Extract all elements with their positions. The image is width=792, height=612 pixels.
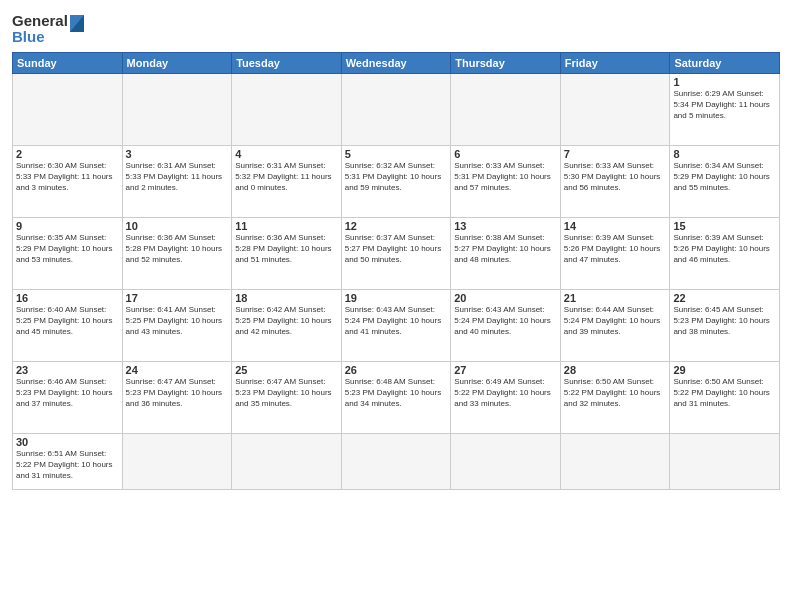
day-number: 18	[235, 292, 338, 304]
day-info: Sunrise: 6:43 AM Sunset: 5:24 PM Dayligh…	[345, 305, 448, 337]
day-info: Sunrise: 6:50 AM Sunset: 5:22 PM Dayligh…	[673, 377, 776, 409]
day-info: Sunrise: 6:34 AM Sunset: 5:29 PM Dayligh…	[673, 161, 776, 193]
calendar-cell: 12Sunrise: 6:37 AM Sunset: 5:27 PM Dayli…	[341, 218, 451, 290]
calendar-cell: 24Sunrise: 6:47 AM Sunset: 5:23 PM Dayli…	[122, 362, 232, 434]
day-info: Sunrise: 6:29 AM Sunset: 5:34 PM Dayligh…	[673, 89, 776, 121]
calendar-header-row: SundayMondayTuesdayWednesdayThursdayFrid…	[13, 53, 780, 74]
calendar-week-4: 23Sunrise: 6:46 AM Sunset: 5:23 PM Dayli…	[13, 362, 780, 434]
calendar-cell: 21Sunrise: 6:44 AM Sunset: 5:24 PM Dayli…	[560, 290, 670, 362]
calendar-cell: 2Sunrise: 6:30 AM Sunset: 5:33 PM Daylig…	[13, 146, 123, 218]
calendar-cell	[232, 74, 342, 146]
calendar-week-1: 2Sunrise: 6:30 AM Sunset: 5:33 PM Daylig…	[13, 146, 780, 218]
day-number: 9	[16, 220, 119, 232]
calendar-cell: 1Sunrise: 6:29 AM Sunset: 5:34 PM Daylig…	[670, 74, 780, 146]
day-info: Sunrise: 6:33 AM Sunset: 5:30 PM Dayligh…	[564, 161, 667, 193]
calendar-cell	[560, 434, 670, 490]
calendar-cell	[451, 74, 561, 146]
calendar-cell: 26Sunrise: 6:48 AM Sunset: 5:23 PM Dayli…	[341, 362, 451, 434]
calendar-cell: 5Sunrise: 6:32 AM Sunset: 5:31 PM Daylig…	[341, 146, 451, 218]
calendar-cell	[341, 434, 451, 490]
day-number: 1	[673, 76, 776, 88]
calendar-cell: 11Sunrise: 6:36 AM Sunset: 5:28 PM Dayli…	[232, 218, 342, 290]
calendar-cell	[451, 434, 561, 490]
day-number: 2	[16, 148, 119, 160]
calendar-cell: 30Sunrise: 6:51 AM Sunset: 5:22 PM Dayli…	[13, 434, 123, 490]
day-info: Sunrise: 6:44 AM Sunset: 5:24 PM Dayligh…	[564, 305, 667, 337]
calendar-cell: 15Sunrise: 6:39 AM Sunset: 5:26 PM Dayli…	[670, 218, 780, 290]
calendar-cell: 4Sunrise: 6:31 AM Sunset: 5:32 PM Daylig…	[232, 146, 342, 218]
day-header-thursday: Thursday	[451, 53, 561, 74]
day-number: 13	[454, 220, 557, 232]
calendar-cell: 6Sunrise: 6:33 AM Sunset: 5:31 PM Daylig…	[451, 146, 561, 218]
calendar-week-0: 1Sunrise: 6:29 AM Sunset: 5:34 PM Daylig…	[13, 74, 780, 146]
day-info: Sunrise: 6:43 AM Sunset: 5:24 PM Dayligh…	[454, 305, 557, 337]
day-info: Sunrise: 6:38 AM Sunset: 5:27 PM Dayligh…	[454, 233, 557, 265]
day-info: Sunrise: 6:40 AM Sunset: 5:25 PM Dayligh…	[16, 305, 119, 337]
day-number: 17	[126, 292, 229, 304]
day-info: Sunrise: 6:51 AM Sunset: 5:22 PM Dayligh…	[16, 449, 119, 481]
calendar-cell: 13Sunrise: 6:38 AM Sunset: 5:27 PM Dayli…	[451, 218, 561, 290]
day-info: Sunrise: 6:41 AM Sunset: 5:25 PM Dayligh…	[126, 305, 229, 337]
day-number: 20	[454, 292, 557, 304]
day-number: 30	[16, 436, 119, 448]
calendar-cell	[122, 74, 232, 146]
day-number: 25	[235, 364, 338, 376]
day-info: Sunrise: 6:36 AM Sunset: 5:28 PM Dayligh…	[235, 233, 338, 265]
calendar-cell: 25Sunrise: 6:47 AM Sunset: 5:23 PM Dayli…	[232, 362, 342, 434]
logo: GeneralBlue	[12, 10, 92, 46]
day-number: 11	[235, 220, 338, 232]
day-number: 15	[673, 220, 776, 232]
logo-svg: GeneralBlue	[12, 10, 92, 46]
day-info: Sunrise: 6:48 AM Sunset: 5:23 PM Dayligh…	[345, 377, 448, 409]
calendar-cell	[13, 74, 123, 146]
calendar-week-3: 16Sunrise: 6:40 AM Sunset: 5:25 PM Dayli…	[13, 290, 780, 362]
day-number: 4	[235, 148, 338, 160]
day-number: 10	[126, 220, 229, 232]
day-number: 19	[345, 292, 448, 304]
calendar-cell: 27Sunrise: 6:49 AM Sunset: 5:22 PM Dayli…	[451, 362, 561, 434]
day-number: 27	[454, 364, 557, 376]
day-header-friday: Friday	[560, 53, 670, 74]
calendar-cell: 18Sunrise: 6:42 AM Sunset: 5:25 PM Dayli…	[232, 290, 342, 362]
calendar-cell: 7Sunrise: 6:33 AM Sunset: 5:30 PM Daylig…	[560, 146, 670, 218]
day-info: Sunrise: 6:47 AM Sunset: 5:23 PM Dayligh…	[126, 377, 229, 409]
day-info: Sunrise: 6:33 AM Sunset: 5:31 PM Dayligh…	[454, 161, 557, 193]
calendar-cell: 9Sunrise: 6:35 AM Sunset: 5:29 PM Daylig…	[13, 218, 123, 290]
day-info: Sunrise: 6:39 AM Sunset: 5:26 PM Dayligh…	[564, 233, 667, 265]
calendar-cell: 3Sunrise: 6:31 AM Sunset: 5:33 PM Daylig…	[122, 146, 232, 218]
day-info: Sunrise: 6:50 AM Sunset: 5:22 PM Dayligh…	[564, 377, 667, 409]
calendar-week-5: 30Sunrise: 6:51 AM Sunset: 5:22 PM Dayli…	[13, 434, 780, 490]
day-number: 26	[345, 364, 448, 376]
calendar-cell	[560, 74, 670, 146]
day-number: 3	[126, 148, 229, 160]
day-info: Sunrise: 6:35 AM Sunset: 5:29 PM Dayligh…	[16, 233, 119, 265]
day-number: 21	[564, 292, 667, 304]
calendar-cell: 20Sunrise: 6:43 AM Sunset: 5:24 PM Dayli…	[451, 290, 561, 362]
calendar-cell: 28Sunrise: 6:50 AM Sunset: 5:22 PM Dayli…	[560, 362, 670, 434]
svg-text:Blue: Blue	[12, 28, 45, 45]
calendar-cell: 22Sunrise: 6:45 AM Sunset: 5:23 PM Dayli…	[670, 290, 780, 362]
day-number: 6	[454, 148, 557, 160]
day-info: Sunrise: 6:30 AM Sunset: 5:33 PM Dayligh…	[16, 161, 119, 193]
day-info: Sunrise: 6:31 AM Sunset: 5:32 PM Dayligh…	[235, 161, 338, 193]
calendar-cell: 8Sunrise: 6:34 AM Sunset: 5:29 PM Daylig…	[670, 146, 780, 218]
calendar-cell: 14Sunrise: 6:39 AM Sunset: 5:26 PM Dayli…	[560, 218, 670, 290]
day-info: Sunrise: 6:32 AM Sunset: 5:31 PM Dayligh…	[345, 161, 448, 193]
calendar-cell: 29Sunrise: 6:50 AM Sunset: 5:22 PM Dayli…	[670, 362, 780, 434]
calendar-cell	[232, 434, 342, 490]
day-info: Sunrise: 6:45 AM Sunset: 5:23 PM Dayligh…	[673, 305, 776, 337]
calendar-cell: 19Sunrise: 6:43 AM Sunset: 5:24 PM Dayli…	[341, 290, 451, 362]
day-number: 29	[673, 364, 776, 376]
day-number: 14	[564, 220, 667, 232]
calendar-cell: 23Sunrise: 6:46 AM Sunset: 5:23 PM Dayli…	[13, 362, 123, 434]
day-number: 23	[16, 364, 119, 376]
day-header-tuesday: Tuesday	[232, 53, 342, 74]
day-info: Sunrise: 6:36 AM Sunset: 5:28 PM Dayligh…	[126, 233, 229, 265]
day-number: 22	[673, 292, 776, 304]
day-number: 24	[126, 364, 229, 376]
day-number: 7	[564, 148, 667, 160]
calendar-cell	[341, 74, 451, 146]
day-number: 5	[345, 148, 448, 160]
day-number: 12	[345, 220, 448, 232]
calendar-week-2: 9Sunrise: 6:35 AM Sunset: 5:29 PM Daylig…	[13, 218, 780, 290]
